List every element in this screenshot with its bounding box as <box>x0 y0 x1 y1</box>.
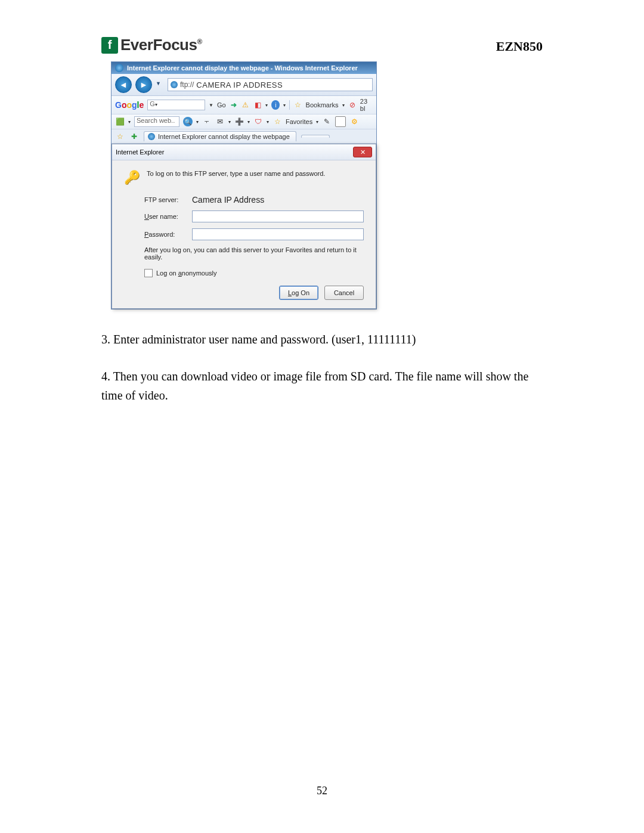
step-4: 4. Then you can download video or image … <box>101 367 543 405</box>
password-label: Password: <box>144 231 186 238</box>
box-icon[interactable] <box>335 116 346 127</box>
login-dialog: Internet Explorer ✕ 🔑 To log on to this … <box>112 144 376 309</box>
star-icon: ☆ <box>273 117 282 126</box>
browser-tab[interactable]: Internet Explorer cannot display the web… <box>144 131 296 141</box>
dialog-title: Internet Explorer <box>116 148 164 156</box>
close-button[interactable]: ✕ <box>353 147 372 157</box>
blocker-icon[interactable]: ⊘ <box>348 100 357 110</box>
page-icon <box>171 81 178 88</box>
favorites-star-icon[interactable]: ☆ <box>115 132 125 141</box>
dialog-titlebar: Internet Explorer ✕ <box>112 144 376 160</box>
tab-icon <box>148 133 155 140</box>
go-label[interactable]: Go <box>217 101 226 109</box>
win-icon[interactable]: 🟩 <box>115 117 125 126</box>
warning-icon[interactable]: ⚠ <box>242 100 250 110</box>
search-web-input[interactable]: Search web.. <box>134 116 179 127</box>
username-input[interactable] <box>192 210 364 222</box>
registered-icon: ® <box>197 38 202 46</box>
shield-icon[interactable]: 🛡 <box>253 117 263 126</box>
google-toolbar: Google G▾ ▼ Go ➜ ⚠ ◧▾ i▾ ☆ Bookmarks▾ ⊘ … <box>112 96 376 114</box>
back-button[interactable]: ◄ <box>115 76 132 93</box>
ie-icon <box>115 64 123 72</box>
username-label: User name: <box>144 213 186 220</box>
address-bar[interactable]: ftp:// CAMERA IP ADDRESS <box>168 78 373 91</box>
dialog-instruction: To log on to this FTP server, type a use… <box>147 170 364 177</box>
forward-button[interactable]: ► <box>135 76 152 93</box>
plus-icon[interactable]: ➕ <box>234 117 244 126</box>
go-icon[interactable]: ➜ <box>230 100 238 110</box>
search-icon[interactable]: 🔍 <box>183 117 193 126</box>
address-protocol: ftp:// <box>180 80 194 89</box>
bookmark-star-icon[interactable]: ☆ <box>293 100 302 110</box>
document-body: 3. Enter administrator user name and pas… <box>101 330 543 405</box>
logo-text: EverFocus® <box>120 36 202 54</box>
address-value: CAMERA IP ADDRESS <box>196 80 283 89</box>
favorites-label[interactable]: Favorites <box>286 118 312 125</box>
logo-mark-icon: f <box>101 37 118 54</box>
anonymous-checkbox[interactable] <box>144 269 153 277</box>
document-header: f EverFocus® EZN850 <box>101 36 543 54</box>
ftp-server-label: FTP server: <box>144 196 186 203</box>
password-input[interactable] <box>192 228 364 240</box>
model-number: EZN850 <box>496 39 543 54</box>
split-icon[interactable]: ⫟ <box>202 117 212 126</box>
yahoo-toolbar: 🟩 ▾ Search web.. 🔍▾ ⫟ ✉ ▾ ➕ ▾ 🛡 ▾ ☆ Favo… <box>112 114 376 129</box>
edit-icon[interactable]: ✎ <box>322 117 332 126</box>
info-icon[interactable]: i <box>271 100 280 110</box>
tab-title: Internet Explorer cannot display the web… <box>158 133 290 140</box>
dialog-note: After you log on, you can add this serve… <box>144 246 364 261</box>
ftp-server-value: Camera IP Address <box>192 195 264 205</box>
google-logo: Google <box>115 100 144 110</box>
page-number: 52 <box>0 785 644 797</box>
add-tab-icon[interactable]: ✚ <box>129 132 139 141</box>
brand-logo: f EverFocus® <box>101 36 202 54</box>
logon-button[interactable]: Log On <box>279 286 318 300</box>
toolbar-icon[interactable]: ◧ <box>253 100 262 110</box>
settings-icon[interactable]: ⚙ <box>349 117 359 126</box>
window-title: Internet Explorer cannot display the web… <box>127 64 358 72</box>
new-tab-button[interactable] <box>301 135 330 138</box>
history-dropdown-icon[interactable]: ▼ <box>156 80 164 89</box>
mail-icon[interactable]: ✉ <box>215 117 225 126</box>
cancel-button[interactable]: Cancel <box>324 286 364 300</box>
google-search-value: G <box>150 100 155 107</box>
anonymous-label: Log on anonymously <box>156 270 217 277</box>
bookmarks-label[interactable]: Bookmarks <box>306 101 339 109</box>
dropdown-icon[interactable]: ▼ <box>209 103 213 108</box>
window-titlebar: Internet Explorer cannot display the web… <box>112 62 376 74</box>
logo-word: EverFocus <box>120 36 197 54</box>
ie-screenshot: Internet Explorer cannot display the web… <box>111 61 377 309</box>
google-search-input[interactable]: G▾ <box>147 100 205 110</box>
step-3: 3. Enter administrator user name and pas… <box>101 330 543 349</box>
bookmarks-count: 23 bl <box>360 98 373 112</box>
dropdown-icon[interactable]: ▾ <box>128 119 131 125</box>
tabs-row: ☆ ✚ Internet Explorer cannot display the… <box>112 129 376 144</box>
key-icon: 🔑 <box>124 170 140 185</box>
nav-row: ◄ ► ▼ ftp:// CAMERA IP ADDRESS <box>112 74 376 96</box>
